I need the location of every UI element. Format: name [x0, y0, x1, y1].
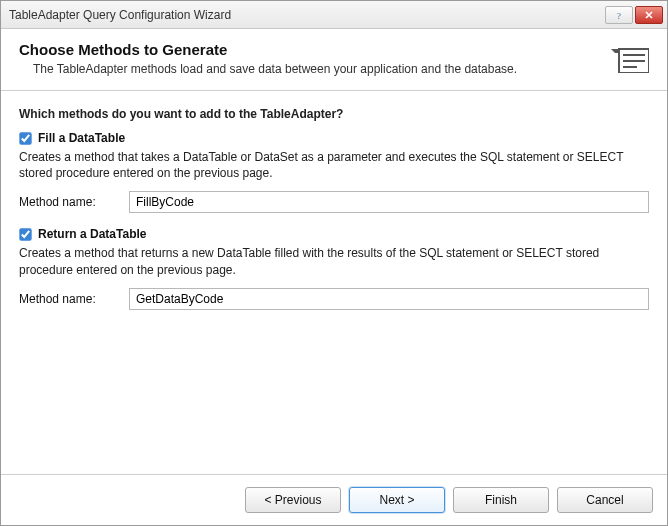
fill-checkbox[interactable]	[19, 132, 31, 144]
wizard-body: Which methods do you want to add to the …	[1, 91, 667, 474]
fill-check-row: Fill a DataTable	[19, 131, 649, 145]
finish-button[interactable]: Finish	[453, 487, 549, 513]
return-method-row: Method name:	[19, 288, 649, 310]
form-icon	[609, 41, 649, 73]
return-method-label: Method name:	[19, 292, 129, 306]
wizard-header: Choose Methods to Generate The TableAdap…	[1, 29, 667, 91]
window-title: TableAdapter Query Configuration Wizard	[9, 8, 603, 22]
fill-method-label: Method name:	[19, 195, 129, 209]
prompt-text: Which methods do you want to add to the …	[19, 107, 649, 121]
close-icon	[644, 10, 654, 20]
fill-method-input[interactable]	[129, 191, 649, 213]
svg-text:?: ?	[617, 10, 621, 20]
return-check-label: Return a DataTable	[38, 227, 146, 241]
fill-method-row: Method name:	[19, 191, 649, 213]
titlebar: TableAdapter Query Configuration Wizard …	[1, 1, 667, 29]
previous-button[interactable]: < Previous	[245, 487, 341, 513]
wizard-window: TableAdapter Query Configuration Wizard …	[0, 0, 668, 526]
header-text: Choose Methods to Generate The TableAdap…	[19, 41, 597, 76]
close-button[interactable]	[635, 6, 663, 24]
next-button[interactable]: Next >	[349, 487, 445, 513]
return-checkbox[interactable]	[19, 228, 31, 240]
cancel-button[interactable]: Cancel	[557, 487, 653, 513]
fill-description: Creates a method that takes a DataTable …	[19, 149, 649, 181]
header-title: Choose Methods to Generate	[19, 41, 597, 58]
return-check-row: Return a DataTable	[19, 227, 649, 241]
header-icon	[609, 41, 649, 76]
return-description: Creates a method that returns a new Data…	[19, 245, 649, 277]
header-subtitle: The TableAdapter methods load and save d…	[33, 62, 597, 76]
return-method-input[interactable]	[129, 288, 649, 310]
help-button[interactable]: ?	[605, 6, 633, 24]
fill-check-label: Fill a DataTable	[38, 131, 125, 145]
help-icon: ?	[614, 10, 624, 20]
wizard-footer: < Previous Next > Finish Cancel	[1, 474, 667, 525]
